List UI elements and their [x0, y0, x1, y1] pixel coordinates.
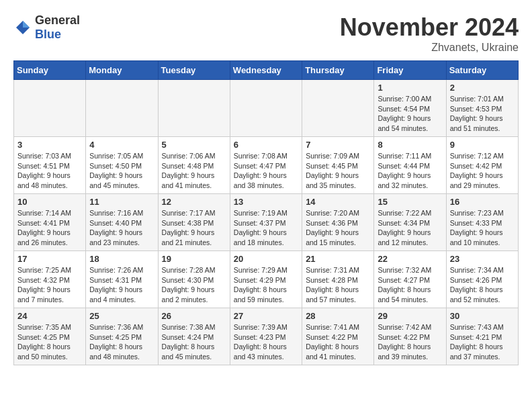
- day-info: Sunset: 4:51 PM: [17, 161, 82, 171]
- day-info: Sunrise: 7:34 AM: [450, 265, 515, 275]
- day-info: Daylight: 8 hours and 45 minutes.: [162, 342, 226, 361]
- day-info: Sunrise: 7:28 AM: [162, 265, 226, 275]
- day-of-week-header: Sunday: [14, 61, 86, 80]
- calendar-cell: 10Sunrise: 7:14 AMSunset: 4:41 PMDayligh…: [14, 194, 86, 251]
- calendar-week-row: 17Sunrise: 7:25 AMSunset: 4:32 PMDayligh…: [14, 251, 519, 308]
- title-section: November 2024 Zhvanets, Ukraine: [340, 13, 519, 54]
- day-info: Sunset: 4:44 PM: [378, 161, 442, 171]
- day-info: Daylight: 9 hours and 26 minutes.: [17, 228, 82, 247]
- day-info: Sunrise: 7:17 AM: [162, 208, 226, 218]
- day-info: Daylight: 9 hours and 45 minutes.: [89, 171, 154, 190]
- day-info: Sunrise: 7:14 AM: [17, 208, 82, 218]
- day-info: Daylight: 9 hours and 2 minutes.: [162, 285, 226, 304]
- day-number: 3: [17, 140, 82, 150]
- calendar-cell: 20Sunrise: 7:29 AMSunset: 4:29 PMDayligh…: [230, 251, 302, 308]
- day-info: Sunset: 4:26 PM: [450, 275, 515, 285]
- day-number: 30: [450, 311, 515, 321]
- day-info: Daylight: 8 hours and 39 minutes.: [378, 342, 442, 361]
- day-info: Daylight: 9 hours and 18 minutes.: [234, 228, 298, 247]
- day-info: Daylight: 9 hours and 51 minutes.: [450, 113, 515, 133]
- day-info: Sunset: 4:23 PM: [234, 332, 298, 342]
- day-number: 14: [306, 197, 370, 207]
- calendar-week-row: 10Sunrise: 7:14 AMSunset: 4:41 PMDayligh…: [14, 194, 519, 251]
- day-info: Sunset: 4:50 PM: [89, 161, 154, 171]
- day-info: Daylight: 9 hours and 32 minutes.: [378, 171, 442, 190]
- day-info: Daylight: 9 hours and 12 minutes.: [378, 228, 442, 247]
- day-number: 28: [306, 311, 370, 321]
- day-of-week-header: Monday: [86, 61, 158, 80]
- day-info: Sunset: 4:22 PM: [306, 332, 370, 342]
- day-info: Sunset: 4:29 PM: [234, 275, 298, 285]
- day-info: Sunset: 4:36 PM: [306, 218, 370, 228]
- calendar-cell: 11Sunrise: 7:16 AMSunset: 4:40 PMDayligh…: [86, 194, 158, 251]
- calendar-cell: [158, 80, 230, 137]
- day-number: 19: [162, 254, 226, 264]
- day-number: 11: [89, 197, 154, 207]
- month-title: November 2024: [340, 13, 519, 42]
- day-info: Daylight: 9 hours and 35 minutes.: [306, 171, 370, 190]
- day-info: Sunrise: 7:26 AM: [89, 265, 154, 275]
- day-info: Sunrise: 7:11 AM: [378, 151, 442, 161]
- day-number: 26: [162, 311, 226, 321]
- day-info: Sunrise: 7:35 AM: [17, 322, 82, 332]
- logo-blue-text: Blue: [35, 28, 61, 41]
- day-info: Sunrise: 7:31 AM: [306, 265, 370, 275]
- calendar-cell: 24Sunrise: 7:35 AMSunset: 4:25 PMDayligh…: [14, 308, 86, 365]
- day-info: Daylight: 8 hours and 59 minutes.: [234, 285, 298, 304]
- day-number: 29: [378, 311, 442, 321]
- calendar-cell: 2Sunrise: 7:01 AMSunset: 4:53 PMDaylight…: [446, 80, 518, 137]
- logo-general-text: General: [35, 13, 80, 27]
- day-info: Sunrise: 7:38 AM: [162, 322, 226, 332]
- day-info: Sunset: 4:41 PM: [17, 218, 82, 228]
- day-info: Sunset: 4:24 PM: [162, 332, 226, 342]
- day-of-week-header: Saturday: [446, 61, 518, 80]
- day-number: 1: [378, 83, 442, 93]
- day-info: Sunrise: 7:06 AM: [162, 151, 226, 161]
- day-number: 20: [234, 254, 298, 264]
- day-info: Sunset: 4:28 PM: [306, 275, 370, 285]
- day-info: Sunset: 4:54 PM: [378, 104, 442, 114]
- day-info: Daylight: 9 hours and 7 minutes.: [17, 285, 82, 304]
- day-info: Sunset: 4:27 PM: [378, 275, 442, 285]
- calendar-cell: 13Sunrise: 7:19 AMSunset: 4:37 PMDayligh…: [230, 194, 302, 251]
- day-info: Daylight: 9 hours and 54 minutes.: [378, 113, 442, 133]
- day-number: 10: [17, 197, 82, 207]
- day-number: 21: [306, 254, 370, 264]
- day-of-week-header: Friday: [374, 61, 446, 80]
- day-info: Sunset: 4:53 PM: [450, 104, 515, 114]
- day-info: Daylight: 8 hours and 50 minutes.: [17, 342, 82, 361]
- day-info: Sunrise: 7:08 AM: [234, 151, 298, 161]
- day-info: Sunrise: 7:29 AM: [234, 265, 298, 275]
- day-number: 27: [234, 311, 298, 321]
- day-info: Sunrise: 7:12 AM: [450, 151, 515, 161]
- calendar-week-row: 1Sunrise: 7:00 AMSunset: 4:54 PMDaylight…: [14, 80, 519, 137]
- day-info: Sunrise: 7:16 AM: [89, 208, 154, 218]
- day-info: Sunrise: 7:41 AM: [306, 322, 370, 332]
- day-number: 24: [17, 311, 82, 321]
- calendar-cell: 16Sunrise: 7:23 AMSunset: 4:33 PMDayligh…: [446, 194, 518, 251]
- calendar-cell: 29Sunrise: 7:42 AMSunset: 4:22 PMDayligh…: [374, 308, 446, 365]
- calendar-cell: 26Sunrise: 7:38 AMSunset: 4:24 PMDayligh…: [158, 308, 230, 365]
- calendar-cell: 15Sunrise: 7:22 AMSunset: 4:34 PMDayligh…: [374, 194, 446, 251]
- day-info: Sunrise: 7:19 AM: [234, 208, 298, 218]
- day-info: Sunset: 4:30 PM: [162, 275, 226, 285]
- day-info: Daylight: 8 hours and 41 minutes.: [306, 342, 370, 361]
- day-info: Sunrise: 7:39 AM: [234, 322, 298, 332]
- day-info: Daylight: 9 hours and 41 minutes.: [162, 171, 226, 190]
- day-info: Sunset: 4:34 PM: [378, 218, 442, 228]
- day-info: Sunrise: 7:23 AM: [450, 208, 515, 218]
- day-info: Daylight: 8 hours and 54 minutes.: [378, 285, 442, 304]
- day-info: Daylight: 9 hours and 48 minutes.: [17, 171, 82, 190]
- day-info: Sunset: 4:25 PM: [17, 332, 82, 342]
- calendar-cell: 6Sunrise: 7:08 AMSunset: 4:47 PMDaylight…: [230, 137, 302, 194]
- calendar-cell: 18Sunrise: 7:26 AMSunset: 4:31 PMDayligh…: [86, 251, 158, 308]
- day-number: 22: [378, 254, 442, 264]
- day-info: Sunset: 4:45 PM: [306, 161, 370, 171]
- day-number: 25: [89, 311, 154, 321]
- day-number: 15: [378, 197, 442, 207]
- day-number: 9: [450, 140, 515, 150]
- day-info: Sunrise: 7:05 AM: [89, 151, 154, 161]
- day-info: Sunrise: 7:01 AM: [450, 94, 515, 104]
- day-info: Daylight: 9 hours and 10 minutes.: [450, 228, 515, 247]
- logo: General Blue: [13, 13, 80, 42]
